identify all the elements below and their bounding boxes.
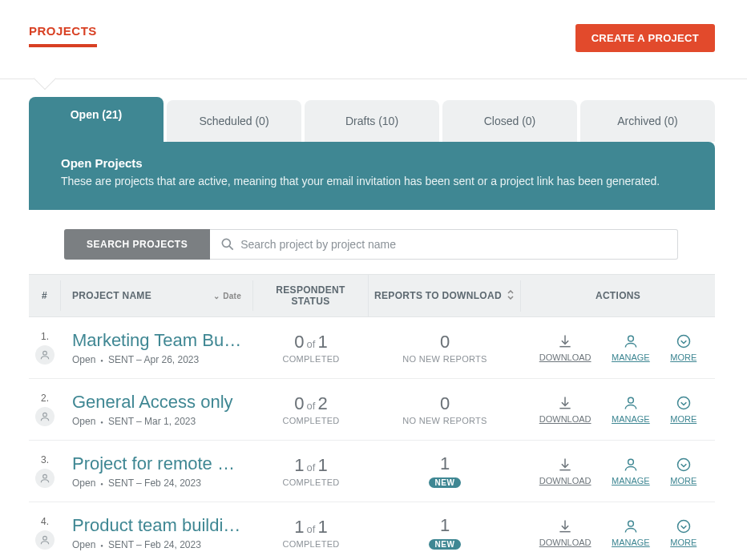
search-projects-button[interactable]: SEARCH PROJECTS [64,229,210,260]
manage-icon [623,457,639,473]
svg-point-3 [628,336,634,341]
svg-point-13 [677,521,689,533]
row-number: 2. [41,393,49,404]
person-icon [35,530,55,550]
download-icon [557,395,573,411]
reports-sublabel: NO NEW REPORTS [369,354,521,364]
svg-point-5 [43,413,47,417]
completed-label: COMPLETED [253,539,369,549]
respondent-count: 1of1 [253,517,369,538]
view-tab-archived[interactable]: Archived (0) [580,100,715,142]
reports-count: 1 [369,453,521,474]
col-actions: ACTIONS [521,280,715,311]
reports-count: 0 [369,332,521,353]
projects-list: 1.Marketing Team BuildingOpen●SENT – Apr… [29,317,715,560]
sort-caret-icon: ⌄ [213,292,220,300]
completed-label: COMPLETED [253,416,369,425]
open-projects-banner: Open Projects These are projects that ar… [29,142,715,210]
svg-point-10 [677,459,689,471]
manage-icon [623,333,639,349]
completed-label: COMPLETED [253,354,369,364]
sort-icon [507,290,515,302]
project-title[interactable]: Product team building [72,515,242,536]
person-icon [35,345,55,365]
reports-sublabel: NO NEW REPORTS [369,416,521,425]
svg-point-11 [43,536,47,540]
view-tab-drafts[interactable]: Drafts (10) [305,100,439,142]
project-meta: Open●SENT – Feb 24, 2023 [72,539,242,550]
project-title[interactable]: Project for remote acce… [72,453,242,474]
svg-line-1 [229,246,233,250]
manage-icon [623,395,639,411]
project-meta: Open●SENT – Feb 24, 2023 [72,477,242,489]
col-project-name[interactable]: PROJECT NAME ⌄ Date [61,280,253,311]
svg-point-7 [677,397,689,409]
new-badge: NEW [429,477,462,488]
manage-icon [623,518,639,534]
table-row: 3.Project for remote acce…Open●SENT – Fe… [29,441,715,502]
download-button[interactable]: DOWNLOAD [539,457,592,485]
banner-title: Open Projects [61,156,683,170]
svg-point-12 [628,521,634,526]
project-title[interactable]: General Access only [72,392,242,413]
completed-label: COMPLETED [253,477,369,487]
table-row: 2.General Access onlyOpen●SENT – Mar 1, … [29,379,715,441]
svg-point-0 [223,239,231,247]
reports-count: 0 [369,393,521,414]
table-row: 4.Product team buildingOpen●SENT – Feb 2… [29,502,715,560]
col-reports-label: REPORTS TO DOWNLOAD [374,290,502,301]
col-date-label: Date [223,292,241,300]
project-meta: Open●SENT – Mar 1, 2023 [72,416,242,427]
more-button[interactable]: MORE [670,333,697,362]
view-tab-open[interactable]: Open (21) [29,97,164,142]
chevron-down-circle-icon [676,333,692,349]
svg-point-9 [628,459,634,465]
manage-button[interactable]: MANAGE [612,395,650,424]
download-button[interactable]: DOWNLOAD [539,395,592,424]
row-number: 4. [41,516,49,527]
manage-button[interactable]: MANAGE [612,457,650,485]
project-title[interactable]: Marketing Team Building [72,330,242,351]
table-row: 1.Marketing Team BuildingOpen●SENT – Apr… [29,317,715,379]
search-field-wrap [210,229,678,260]
view-tabs: Open (21)Scheduled (0)Drafts (10)Closed … [29,100,715,142]
col-reports[interactable]: REPORTS TO DOWNLOAD [369,280,521,312]
project-meta: Open●SENT – Apr 26, 2023 [72,354,242,365]
svg-point-4 [677,336,689,348]
banner-description: These are projects that are active, mean… [61,175,683,187]
person-icon [35,469,55,488]
col-respondent-status: RESPONDENT STATUS [253,275,369,316]
download-icon [557,518,573,534]
search-input[interactable] [236,230,668,259]
respondent-count: 1of1 [253,455,369,476]
more-button[interactable]: MORE [670,395,697,424]
more-button[interactable]: MORE [670,457,697,485]
svg-point-6 [628,397,634,403]
manage-button[interactable]: MANAGE [612,333,650,362]
svg-point-2 [43,351,47,355]
chevron-down-circle-icon [676,395,692,411]
new-badge: NEW [429,539,462,550]
reports-count: 1 [369,515,521,536]
more-button[interactable]: MORE [670,518,697,547]
chevron-down-circle-icon [676,457,692,473]
nav-projects-tab[interactable]: PROJECTS [29,24,97,47]
col-number: # [29,280,61,311]
row-number: 1. [41,331,49,342]
search-icon [220,236,236,252]
table-header-row: # PROJECT NAME ⌄ Date RESPONDENT STATUS … [29,274,715,317]
manage-button[interactable]: MANAGE [612,518,650,547]
col-name-label: PROJECT NAME [72,290,151,301]
download-icon [557,333,573,349]
download-button[interactable]: DOWNLOAD [539,333,592,362]
row-number: 3. [41,454,49,465]
download-button[interactable]: DOWNLOAD [539,518,592,547]
view-tab-closed[interactable]: Closed (0) [442,100,577,142]
view-tab-scheduled[interactable]: Scheduled (0) [167,100,301,142]
chevron-down-circle-icon [676,518,692,534]
person-icon [35,407,55,426]
create-project-button[interactable]: CREATE A PROJECT [575,24,715,52]
respondent-count: 0of2 [253,393,369,414]
svg-point-8 [43,474,47,478]
download-icon [557,457,573,473]
